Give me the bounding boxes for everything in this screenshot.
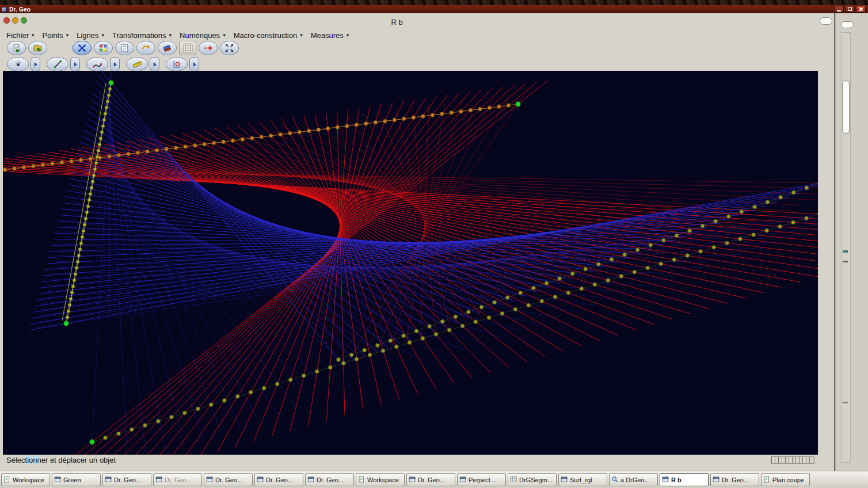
grid-toggle-button[interactable] xyxy=(179,41,196,55)
taskbar-item-workspace[interactable]: Workspace xyxy=(356,473,405,486)
expand-arrows-button[interactable] xyxy=(220,41,239,55)
taskbar-item-workspace[interactable]: Workspace xyxy=(1,473,50,486)
properties-sheet-button[interactable] xyxy=(115,41,134,55)
taskbar-item-dr-geo[interactable]: Dr. Geo... xyxy=(102,473,151,486)
window-resize-pill[interactable] xyxy=(820,17,832,25)
hide-dashed-button[interactable] xyxy=(199,41,218,55)
axes-tool-icon xyxy=(172,59,182,69)
geometry-figure xyxy=(3,71,818,455)
background-window-edge xyxy=(835,13,868,471)
drgeo-window: R b Fichier▾Points▾Lignes▾Transformation… xyxy=(0,13,835,471)
os-titlebar[interactable]: Dr. Geo xyxy=(0,5,868,13)
app-icon xyxy=(2,7,7,12)
magnifier-icon xyxy=(611,476,619,483)
taskbar-item-label: Dr. Geo... xyxy=(114,476,141,483)
maximize-button[interactable] xyxy=(845,6,855,13)
taskbar-item-label: a DrGeo... xyxy=(620,476,650,483)
menu-transformations[interactable]: Transformations▾ xyxy=(108,30,176,41)
window-icon xyxy=(155,476,163,483)
taskbar-item-surf-rgl[interactable]: Surf_rgl xyxy=(558,473,607,486)
grid-toggle-icon xyxy=(183,43,193,53)
background-window-pill[interactable] xyxy=(841,21,854,28)
taskbar-item-label: Green xyxy=(63,476,81,483)
undo-arrow-button[interactable] xyxy=(136,41,155,55)
taskbar-item-dr-geo[interactable]: Dr. Geo... xyxy=(305,473,354,486)
taskbar-item-perpect[interactable]: Perpect... xyxy=(457,473,506,486)
menu-macro-construction[interactable]: Macro-construction▾ xyxy=(230,30,307,41)
select-move-button[interactable] xyxy=(73,41,92,55)
window-icon xyxy=(54,476,62,483)
measure-tool-chevron-button[interactable] xyxy=(150,57,159,71)
open-folder-button[interactable] xyxy=(28,41,47,55)
axes-tool-button[interactable] xyxy=(166,57,188,71)
curve-tool-chevron-button[interactable] xyxy=(110,57,120,71)
figure-title: R b xyxy=(0,18,794,26)
segment-tool-group xyxy=(47,57,80,71)
properties-sheet-icon xyxy=(120,43,130,53)
styles-palette-button[interactable] xyxy=(94,41,113,55)
menu-points[interactable]: Points▾ xyxy=(39,30,73,41)
close-button[interactable] xyxy=(856,6,866,13)
taskbar-item-label: Workspace xyxy=(367,476,399,483)
desktop: Dr. Geo R b Fichier▾Points▾Lignes▾Transf… xyxy=(0,0,868,488)
menu-num-riques[interactable]: Numériques▾ xyxy=(176,30,230,41)
point-tool-button[interactable] xyxy=(7,57,29,71)
eraser-button[interactable] xyxy=(158,41,177,55)
measure-tool-button[interactable] xyxy=(126,57,148,71)
taskbar-item-a-drgeo[interactable]: a DrGeo... xyxy=(609,473,658,486)
taskbar-item-label: Dr. Geo... xyxy=(215,476,242,483)
taskbar-item-drgsegm[interactable]: DrGSegm... xyxy=(508,473,557,486)
grid-doc-icon xyxy=(510,476,517,483)
axes-tool-chevron-button[interactable] xyxy=(189,57,199,71)
menu-label: Transformations xyxy=(112,31,166,40)
taskbar-item-dr-geo[interactable]: Dr. Geo... xyxy=(710,473,759,486)
tools-toolbar xyxy=(7,56,205,72)
menu-lignes[interactable]: Lignes▾ xyxy=(73,30,108,41)
chevron-right-icon xyxy=(112,61,119,68)
segment-tool-button[interactable] xyxy=(47,57,68,71)
chevron-right-icon xyxy=(191,61,198,68)
taskbar-item-label: Dr. Geo... xyxy=(722,476,749,483)
curve-tool-button[interactable] xyxy=(86,57,108,71)
status-bar: Sélectionner et déplacer un objet xyxy=(3,455,818,465)
page-icon xyxy=(763,476,771,483)
page-icon xyxy=(358,476,366,483)
expand-arrows-icon xyxy=(224,43,234,53)
chevron-down-icon: ▾ xyxy=(347,32,349,38)
menu-label: Measures xyxy=(311,31,344,40)
close-icon xyxy=(859,7,863,12)
window-icon xyxy=(257,476,264,483)
chevron-down-icon: ▾ xyxy=(300,32,303,38)
status-text: Sélectionner et déplacer un objet xyxy=(6,456,116,464)
scrollbar-thumb[interactable] xyxy=(842,81,850,134)
segment-tool-chevron-button[interactable] xyxy=(70,57,80,71)
segment-tool-icon xyxy=(53,59,63,69)
chevron-down-icon: ▾ xyxy=(102,32,105,38)
taskbar-item-dr-geo[interactable]: Dr. Geo... xyxy=(406,473,455,486)
taskbar-item-dr-geo[interactable]: Dr. Geo... xyxy=(204,473,253,486)
point-tool-chevron-button[interactable] xyxy=(31,57,40,71)
menu-measures[interactable]: Measures▾ xyxy=(307,30,353,41)
minimize-button[interactable] xyxy=(834,6,844,13)
taskbar-item-label: Perpect... xyxy=(469,476,496,483)
taskbar: WorkspaceGreenDr. Geo...Dr. Geo...Dr. Ge… xyxy=(0,471,868,488)
axes-tool-group xyxy=(166,57,199,71)
menu-fichier[interactable]: Fichier▾ xyxy=(2,30,39,41)
new-document-button[interactable] xyxy=(7,41,26,55)
page-icon xyxy=(3,476,11,483)
chevron-right-icon xyxy=(32,61,39,68)
blue-secondary-lines[interactable] xyxy=(36,71,818,455)
taskbar-item-dr-geo[interactable]: Dr. Geo... xyxy=(153,473,202,486)
drawing-canvas[interactable] xyxy=(3,71,818,455)
new-document-icon xyxy=(12,43,21,53)
taskbar-item-dr-geo[interactable]: Dr. Geo... xyxy=(254,473,303,486)
free-points[interactable] xyxy=(64,81,521,445)
taskbar-item-r-b[interactable]: R b xyxy=(660,473,709,486)
eraser-icon xyxy=(162,43,172,53)
window-icon xyxy=(662,476,669,483)
taskbar-item-green[interactable]: Green xyxy=(52,473,101,486)
scale-widget[interactable] xyxy=(771,456,814,464)
chevron-right-icon xyxy=(151,61,158,68)
point-tool-group xyxy=(7,57,40,71)
taskbar-item-plan-coupe[interactable]: Plan coupe xyxy=(761,473,810,486)
